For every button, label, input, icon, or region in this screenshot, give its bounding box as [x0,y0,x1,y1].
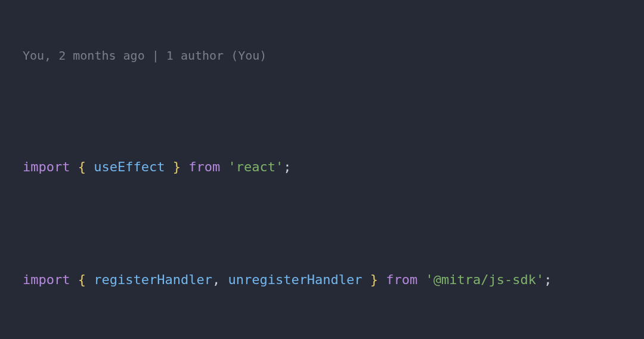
identifier-registerHandler: registerHandler [94,272,212,287]
codelens-annotation: You, 2 months ago | 1 author (You) [23,47,644,64]
keyword-import: import [23,272,70,287]
code-editor[interactable]: You, 2 months ago | 1 author (You) impor… [0,0,644,339]
brace-close: } [370,272,378,287]
identifier-unregisterHandler: unregisterHandler [228,272,362,287]
string-react: 'react' [228,159,283,174]
keyword-from: from [386,272,417,287]
semicolon: ; [283,159,291,174]
brace-open: { [78,272,86,287]
keyword-from: from [188,159,220,174]
code-line[interactable]: import { registerHandler, unregisterHand… [23,269,644,291]
brace-close: } [173,159,181,174]
semicolon: ; [544,272,552,287]
comma: , [212,272,220,287]
brace-open: { [78,159,86,174]
keyword-import: import [23,159,70,174]
string-sdk: '@mitra/js-sdk' [426,272,544,287]
identifier-useEffect: useEffect [94,159,165,174]
code-line[interactable]: import { useEffect } from 'react'; [23,156,644,178]
